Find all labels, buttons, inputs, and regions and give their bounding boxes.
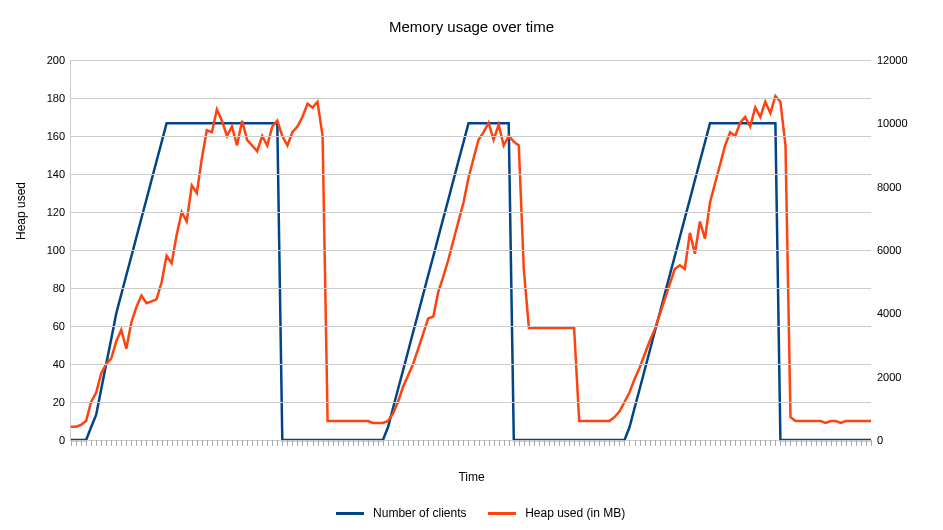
- y2-tick-label: 2000: [877, 371, 919, 383]
- chart-title: Memory usage over time: [0, 0, 943, 35]
- y-tick-label: 80: [29, 282, 65, 294]
- legend-label-clients: Number of clients: [373, 506, 466, 520]
- legend-label-heap: Heap used (in MB): [525, 506, 625, 520]
- y-tick-label: 160: [29, 130, 65, 142]
- legend: Number of clients Heap used (in MB): [0, 506, 943, 520]
- y-tick-label: 140: [29, 168, 65, 180]
- y-tick-label: 200: [29, 54, 65, 66]
- y-axis-label: Heap used: [14, 182, 28, 240]
- y-tick-label: 0: [29, 434, 65, 446]
- y2-tick-label: 4000: [877, 307, 919, 319]
- line-heap-used: [71, 96, 871, 427]
- y2-tick-label: 10000: [877, 117, 919, 129]
- y-tick-label: 20: [29, 396, 65, 408]
- plot-area: 0204060801001201401601802000200040006000…: [70, 60, 871, 441]
- y2-tick-label: 6000: [877, 244, 919, 256]
- y2-tick-label: 8000: [877, 181, 919, 193]
- y-tick-label: 180: [29, 92, 65, 104]
- legend-swatch-clients: [336, 512, 364, 515]
- x-axis-label: Time: [0, 470, 943, 484]
- y2-tick-label: 12000: [877, 54, 919, 66]
- chart-container: Memory usage over time Heap used 0204060…: [0, 0, 943, 530]
- y-tick-label: 60: [29, 320, 65, 332]
- y-tick-label: 120: [29, 206, 65, 218]
- legend-swatch-heap: [488, 512, 516, 515]
- y-tick-label: 100: [29, 244, 65, 256]
- y2-tick-label: 0: [877, 434, 919, 446]
- y-tick-label: 40: [29, 358, 65, 370]
